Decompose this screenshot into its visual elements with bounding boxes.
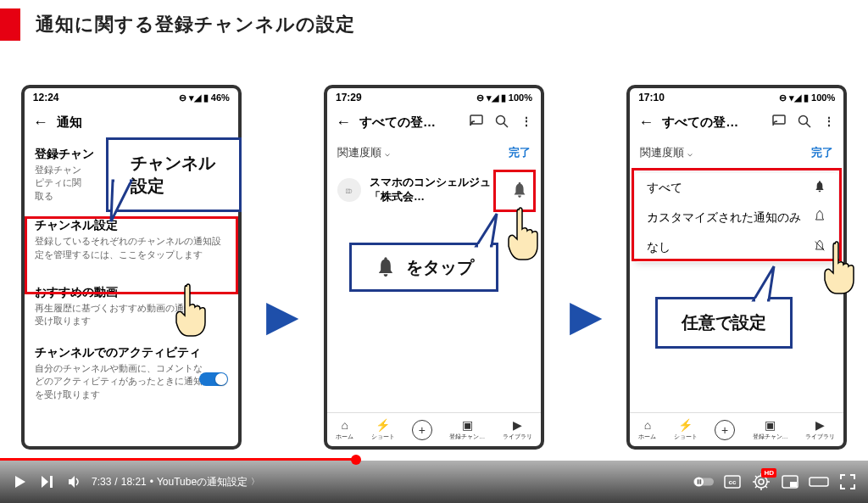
svg-point-18 <box>694 477 704 486</box>
bottom-nav: ⌂ホーム ⚡ショート + ▣登録チャン… ▶ライブラリ <box>630 412 843 446</box>
nav-home[interactable]: ⌂ホーム <box>336 418 353 441</box>
sort-row: 関連度順 ⌵ 完了 <box>630 138 843 167</box>
section-recommended[interactable]: おすすめの動画 再生履歴に基づくおすすめ動画の通知を受け取ります <box>25 273 238 337</box>
cast-icon[interactable] <box>470 115 483 131</box>
chapter-title[interactable]: YouTubeの通知設定 <box>157 475 248 489</box>
nav-shorts[interactable]: ⚡ショート <box>371 418 395 441</box>
back-arrow-icon[interactable]: ← <box>336 114 351 131</box>
battery-text: 46% <box>211 92 230 103</box>
arrow-right-icon: ▶ <box>570 291 602 340</box>
miniplayer-button[interactable] <box>780 472 800 492</box>
header-title: すべての登… <box>359 115 461 131</box>
status-bar: 12:24 ⊖ ▾◢ ▮ 46% <box>25 88 238 107</box>
callout-tap-bell: をタップ <box>349 243 498 292</box>
bell-fill-icon <box>813 180 826 196</box>
callout-tail <box>754 266 779 300</box>
sort-label[interactable]: 関連度順 ⌵ <box>640 145 693 160</box>
section-activity[interactable]: チャンネルでのアクティビティ 自分のチャンネルや動画に、コメントなどのアクティビ… <box>25 337 238 410</box>
bell-off-icon <box>813 239 826 255</box>
more-icon[interactable]: ⋮ <box>520 115 532 131</box>
back-arrow-icon[interactable]: ← <box>638 114 654 131</box>
captions-button[interactable]: cc <box>722 472 743 492</box>
toggle-switch[interactable] <box>199 372 228 386</box>
done-link[interactable]: 完了 <box>509 145 531 160</box>
callout-set-any: 任意で設定 <box>655 297 793 349</box>
status-time: 17:10 <box>638 92 665 103</box>
autoplay-toggle[interactable] <box>693 472 714 492</box>
theater-button[interactable] <box>809 472 829 492</box>
status-bar: 17:10 ⊖ ▾◢ ▮ 100% <box>630 88 843 107</box>
svg-rect-34 <box>790 482 797 487</box>
nav-shorts[interactable]: ⚡ショート <box>674 418 698 441</box>
svg-marker-6 <box>478 244 490 248</box>
svg-line-30 <box>765 486 767 488</box>
settings-button[interactable]: HD <box>751 472 771 492</box>
section-title: おすすめの動画 <box>35 285 228 300</box>
section-desc: 再生履歴に基づくおすすめ動画の通知を受け取ります <box>35 302 228 328</box>
wifi-icon: ▾◢ <box>487 92 498 103</box>
svg-marker-5 <box>476 214 497 246</box>
section-title: チャンネルでのアクティビティ <box>35 345 228 360</box>
search-icon[interactable] <box>798 115 811 131</box>
cast-icon[interactable] <box>772 115 786 131</box>
slide-title: 通知に関する登録チャンネルの設定 <box>36 12 355 37</box>
phone-header: ← 通知 <box>25 107 238 138</box>
sort-label[interactable]: 関連度順 ⌵ <box>337 145 390 160</box>
svg-marker-16 <box>69 476 75 488</box>
status-time: 12:24 <box>33 92 59 103</box>
option-custom[interactable]: カスタマイズされた通知のみ <box>635 203 838 232</box>
bell-icon <box>374 255 398 279</box>
option-all[interactable]: すべて <box>635 173 838 203</box>
svg-point-24 <box>759 479 764 484</box>
progress-played <box>0 458 356 461</box>
progress-handle[interactable] <box>351 455 361 465</box>
svg-marker-0 <box>111 181 131 221</box>
search-icon[interactable] <box>495 115 509 131</box>
bell-outline-icon <box>813 210 826 226</box>
channel-avatar: ⎄ <box>337 178 361 202</box>
location-icon: ⊖ <box>779 92 787 103</box>
channel-row[interactable]: ⎄ スマホのコンシェルジュ「株式会… <box>327 167 541 213</box>
play-button[interactable] <box>10 472 31 492</box>
battery-text: 100% <box>811 92 835 103</box>
nav-home[interactable]: ⌂ホーム <box>638 418 656 441</box>
nav-library[interactable]: ▶ライブラリ <box>503 418 532 441</box>
youtube-controls: 7:33 / 18:21 • YouTubeの通知設定 〉 cc HD <box>0 461 868 503</box>
svg-marker-13 <box>15 476 25 488</box>
plus-icon: + <box>715 420 735 440</box>
more-icon[interactable]: ⋮ <box>823 115 835 131</box>
svg-point-23 <box>755 476 767 488</box>
hd-badge: HD <box>761 468 776 478</box>
svg-text:cc: cc <box>729 478 737 486</box>
status-right: ⊖ ▾◢ ▮ 100% <box>779 92 835 103</box>
svg-line-29 <box>755 476 757 478</box>
subs-icon: ▣ <box>462 418 473 432</box>
option-none[interactable]: なし <box>635 232 838 262</box>
battery-icon: ▮ <box>203 92 209 103</box>
callout-tail <box>476 214 502 248</box>
library-icon: ▶ <box>513 418 522 432</box>
location-icon: ⊖ <box>179 92 186 103</box>
svg-line-31 <box>755 486 757 488</box>
home-icon: ⌂ <box>644 418 651 432</box>
nav-add[interactable]: + <box>715 420 735 440</box>
back-arrow-icon[interactable]: ← <box>33 114 48 131</box>
phone-3: 17:10 ⊖ ▾◢ ▮ 100% ← すべての登… ⋮ 関連度順 ⌵ <box>626 85 847 450</box>
status-bar: 17:29 ⊖ ▾◢ ▮ 100% <box>327 88 541 107</box>
svg-marker-1 <box>114 179 130 182</box>
nav-subs[interactable]: ▣登録チャン… <box>753 418 788 441</box>
bottom-nav: ⌂ホーム ⚡ショート + ▣登録チャン… ▶ライブラリ <box>327 412 541 446</box>
battery-icon: ▮ <box>501 92 506 103</box>
nav-add[interactable]: + <box>412 420 432 440</box>
bell-icon[interactable] <box>509 179 531 201</box>
fullscreen-button[interactable] <box>837 472 858 492</box>
done-link[interactable]: 完了 <box>811 145 833 160</box>
nav-subs[interactable]: ▣登録チャン… <box>449 418 485 441</box>
nav-library[interactable]: ▶ライブラリ <box>805 418 835 441</box>
header-title: すべての登… <box>662 115 764 131</box>
next-button[interactable] <box>37 472 58 492</box>
channel-name: スマホのコンシェルジュ「株式会… <box>370 176 500 204</box>
volume-button[interactable] <box>64 472 85 492</box>
wifi-icon: ▾◢ <box>189 92 201 103</box>
progress-track[interactable] <box>0 458 868 461</box>
